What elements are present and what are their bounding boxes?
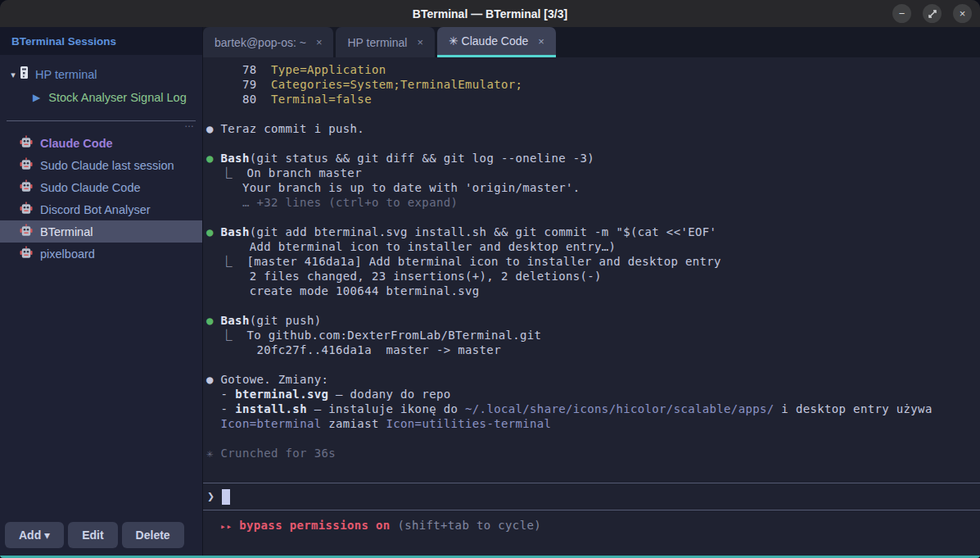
tree-subitem-label: Stock Analyser Signal Log — [48, 91, 186, 104]
session-item-label: pixelboard — [40, 247, 95, 261]
window-body: BTerminal Sessions ▾ HP terminal ▶ Stock… — [0, 27, 980, 556]
terminal-line: ⎿ To github.com:DexterFromLab/BTerminal.… — [206, 328, 980, 343]
terminal-line: 2 files changed, 23 insertions(+), 2 del… — [206, 269, 980, 284]
session-item-pixelboard[interactable]: pixelboard — [0, 243, 202, 265]
add-button[interactable]: Add ▾ — [5, 522, 64, 548]
status-bar: ▸▸bypass permissions on (shift+tab to cy… — [203, 510, 980, 556]
terminal-line: ⎿ On branch master — [206, 166, 980, 180]
tab-claude-code[interactable]: ✳ Claude Code × — [437, 27, 556, 57]
robot-icon — [20, 246, 33, 262]
edit-button[interactable]: Edit — [68, 522, 117, 548]
terminal-line — [206, 210, 980, 225]
sidebar-header: BTerminal Sessions — [0, 27, 202, 55]
terminal-output[interactable]: 78 Type=Application 79 Categories=System… — [203, 57, 980, 483]
close-button[interactable]: × — [953, 4, 972, 23]
session-tree: ▾ HP terminal ▶ Stock Analyser Signal Lo… — [0, 55, 202, 109]
robot-icon — [20, 157, 33, 174]
titlebar[interactable]: BTerminal — BTerminal [3/3] − × — [0, 0, 980, 27]
sidebar-spacer — [0, 265, 202, 522]
window-title: BTerminal — BTerminal [3/3] — [413, 7, 567, 20]
terminal-line: 79 Categories=System;TerminalEmulator; — [206, 77, 980, 92]
computer-icon — [20, 66, 29, 83]
prompt-symbol: ❯ — [207, 489, 215, 504]
prompt-input[interactable]: ❯ — [203, 483, 980, 510]
terminal-line: ● Teraz commit i push. — [206, 121, 980, 136]
terminal-line: ● Bash(git status && git diff && git log… — [206, 151, 980, 166]
bterminal-window: BTerminal — BTerminal [3/3] − × BTermina… — [0, 0, 980, 558]
terminal-line — [206, 298, 980, 313]
sessions-sidebar: BTerminal Sessions ▾ HP terminal ▶ Stock… — [0, 27, 203, 556]
terminal-line: ● Bash(git add bterminal.svg install.sh … — [206, 225, 980, 239]
terminal-line — [206, 431, 980, 446]
sidebar-title: BTerminal Sessions — [11, 35, 116, 48]
session-list: Claude Code Sudo Claude last session Sud… — [0, 132, 202, 265]
permission-mode-label: bypass permissions on — [239, 519, 390, 532]
delete-button[interactable]: Delete — [122, 522, 184, 548]
session-item-sudo-claude-last[interactable]: Sudo Claude last session — [0, 154, 202, 176]
session-item-sudo-claude-code[interactable]: Sudo Claude Code — [0, 176, 202, 198]
robot-icon — [20, 135, 33, 152]
terminal-line: Add bterminal icon to installer and desk… — [206, 239, 980, 254]
sidebar-divider: … — [7, 120, 196, 129]
maximize-icon — [928, 9, 937, 19]
terminal-line — [206, 136, 980, 151]
terminal-line: ⎿ [master 416da1a] Add bterminal icon to… — [206, 254, 980, 269]
tab-label: ✳ Claude Code — [449, 34, 528, 48]
tab-hp-terminal[interactable]: HP terminal × — [336, 27, 434, 57]
terminal-line — [206, 357, 980, 372]
terminal-line: ✳ Crunched for 36s — [206, 446, 980, 460]
session-item-label: Discord Bot Analyser — [40, 203, 151, 216]
tab-bar: bartek@pop-os: ~ × HP terminal × ✳ Claud… — [203, 27, 980, 57]
terminal-line: Your branch is up to date with 'origin/m… — [206, 180, 980, 195]
session-item-label: Sudo Claude last session — [40, 159, 174, 172]
chevron-down-icon[interactable]: ▾ — [7, 70, 20, 80]
robot-icon — [20, 202, 33, 218]
tree-item-stock-analyser[interactable]: ▶ Stock Analyser Signal Log — [0, 86, 202, 109]
terminal-line: … +32 lines (ctrl+o to expand) — [206, 195, 980, 210]
terminal-line: ● Bash(git push) — [206, 313, 980, 328]
minimize-icon: − — [899, 7, 905, 20]
tab-bartek-pop-os[interactable]: bartek@pop-os: ~ × — [203, 27, 333, 57]
close-tab-icon[interactable]: × — [316, 36, 323, 48]
tree-item-label: HP terminal — [35, 68, 97, 81]
mode-arrows-icon: ▸▸ — [220, 521, 233, 532]
close-icon: × — [960, 7, 966, 20]
terminal-line: 78 Type=Application — [206, 62, 980, 77]
terminal-line — [206, 107, 980, 121]
play-icon: ▶ — [33, 92, 40, 103]
session-item-label: Sudo Claude Code — [40, 181, 141, 194]
session-item-discord-bot[interactable]: Discord Bot Analyser — [0, 198, 202, 220]
tree-item-hp-terminal[interactable]: ▾ HP terminal — [0, 63, 202, 86]
maximize-button[interactable] — [923, 4, 942, 23]
robot-icon — [20, 224, 33, 240]
session-item-label: BTerminal — [40, 225, 93, 238]
terminal-line: ● Gotowe. Zmiany: — [206, 372, 980, 387]
robot-icon — [20, 179, 33, 196]
terminal-line: 20fc27f..416da1a master -> master — [206, 343, 980, 357]
session-item-claude-code[interactable]: Claude Code — [0, 132, 202, 154]
close-tab-icon[interactable]: × — [417, 36, 423, 48]
terminal-line: 80 Terminal=false — [206, 92, 980, 107]
terminal-line: Icon=bterminal zamiast Icon=utilities-te… — [206, 416, 980, 431]
close-tab-icon[interactable]: × — [538, 35, 544, 48]
terminal-line: create mode 100644 bterminal.svg — [206, 284, 980, 298]
window-controls: − × — [892, 4, 972, 23]
mode-hint: (shift+tab to cycle) — [397, 519, 541, 532]
terminal-line: - bterminal.svg — dodany do repo — [206, 387, 980, 401]
session-item-bterminal[interactable]: BTerminal — [0, 220, 202, 243]
tab-label: HP terminal — [347, 36, 407, 49]
sidebar-actions: Add ▾ Edit Delete — [0, 522, 202, 556]
text-cursor — [222, 489, 230, 505]
tab-label: bartek@pop-os: ~ — [215, 36, 306, 49]
session-item-label: Claude Code — [40, 137, 113, 150]
terminal-pane: bartek@pop-os: ~ × HP terminal × ✳ Claud… — [203, 27, 980, 556]
terminal-line: - install.sh — instaluje ikonę do ~/.loc… — [206, 401, 980, 416]
minimize-button[interactable]: − — [892, 4, 911, 23]
ellipsis-icon[interactable]: … — [184, 118, 196, 129]
